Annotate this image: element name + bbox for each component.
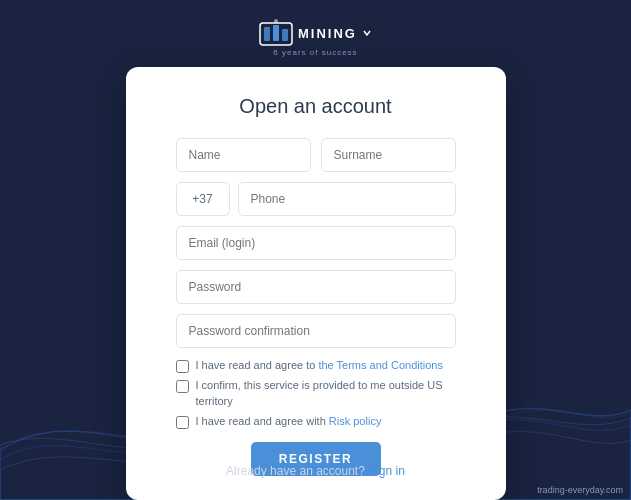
name-input[interactable] bbox=[176, 138, 311, 172]
email-field-container bbox=[176, 226, 456, 260]
us-territory-label: I confirm, this service is provided to m… bbox=[196, 378, 456, 409]
risk-policy-checkbox[interactable] bbox=[176, 416, 189, 429]
checkboxes-section: I have read and agree to the Terms and C… bbox=[176, 358, 456, 430]
terms-label: I have read and agree to the Terms and C… bbox=[196, 358, 443, 373]
risk-policy-link[interactable]: Risk policy bbox=[329, 415, 382, 427]
surname-input[interactable] bbox=[321, 138, 456, 172]
password-input[interactable] bbox=[176, 270, 456, 304]
name-row bbox=[176, 138, 456, 172]
password-confirm-input[interactable] bbox=[176, 314, 456, 348]
footer-text: Already have an account? bbox=[226, 464, 365, 478]
phone-prefix-input[interactable] bbox=[176, 182, 230, 216]
svg-point-4 bbox=[274, 19, 278, 23]
password-confirm-container bbox=[176, 314, 456, 348]
phone-row bbox=[176, 182, 456, 216]
signin-link[interactable]: Sign in bbox=[368, 464, 405, 478]
terms-link[interactable]: the Terms and Conditions bbox=[318, 359, 443, 371]
email-input[interactable] bbox=[176, 226, 456, 260]
phone-input[interactable] bbox=[238, 182, 456, 216]
page-title: Open an account bbox=[176, 95, 456, 118]
password-field-container bbox=[176, 270, 456, 304]
logo-subtext: 6 years of success bbox=[273, 48, 357, 57]
risk-policy-label: I have read and agree with Risk policy bbox=[196, 414, 382, 429]
name-field bbox=[176, 138, 311, 172]
terms-checkbox[interactable] bbox=[176, 360, 189, 373]
logo-arrow-icon bbox=[362, 28, 372, 38]
risk-policy-checkbox-row: I have read and agree with Risk policy bbox=[176, 414, 456, 429]
logo-icon bbox=[259, 18, 293, 48]
footer: Already have an account? Sign in bbox=[226, 464, 405, 478]
us-territory-checkbox[interactable] bbox=[176, 380, 189, 393]
registration-card: Open an account I have read and agree to… bbox=[126, 67, 506, 500]
svg-rect-3 bbox=[282, 29, 288, 41]
surname-field bbox=[321, 138, 456, 172]
logo-container: MINING 6 years of success bbox=[259, 18, 372, 57]
watermark: trading-everyday.com bbox=[537, 485, 623, 495]
svg-rect-1 bbox=[264, 27, 270, 41]
svg-rect-2 bbox=[273, 25, 279, 41]
logo-text: MINING bbox=[298, 26, 357, 41]
terms-checkbox-row: I have read and agree to the Terms and C… bbox=[176, 358, 456, 373]
us-territory-checkbox-row: I confirm, this service is provided to m… bbox=[176, 378, 456, 409]
